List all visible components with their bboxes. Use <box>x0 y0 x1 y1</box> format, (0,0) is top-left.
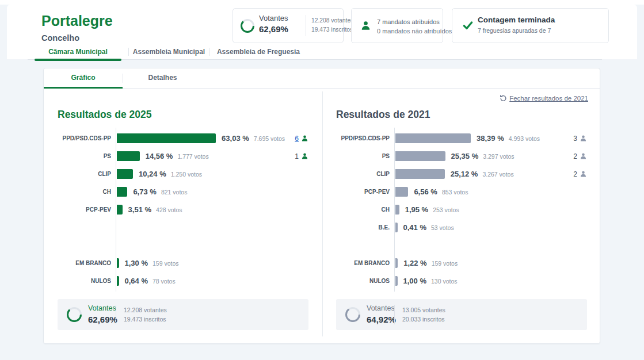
turnout-donut-icon <box>345 307 360 322</box>
votes-label: 159 votos <box>432 260 458 267</box>
header: Portalegre Concelho Votantes 62,69% 12.2… <box>7 5 637 59</box>
percent-label: 0,64 % <box>125 277 148 285</box>
result-bar <box>395 223 398 232</box>
result-bar <box>117 258 119 268</box>
mandates-count: 2 <box>573 152 577 160</box>
turnout-percent: 62,69% <box>259 24 288 34</box>
results-2025-chart: Resultados de 2025 PPD/PSD.CDS-PP63,03 %… <box>58 104 308 334</box>
party-label: NULOS <box>336 278 394 284</box>
mandates-count: 3 <box>573 135 577 143</box>
active-tab-underline <box>35 59 121 61</box>
chart-row: PCP-PEV3,51 %428 votos <box>58 201 308 219</box>
turnout-voters: 13.005 votantes <box>402 305 445 315</box>
bar-track: 25,12 %3.267 votos <box>394 169 561 179</box>
percent-label: 1,95 % <box>405 205 428 214</box>
result-bar <box>117 205 123 215</box>
party-label: PS <box>336 153 394 159</box>
percent-label: 0,41 % <box>403 223 426 232</box>
mandates-count[interactable]: 6 <box>295 135 299 143</box>
chart-row-spacer <box>336 236 587 254</box>
chart-rows: PPD/PSD.CDS-PP38,39 %4.993 votos3PS25,35… <box>336 129 587 290</box>
mandates-details: 7 mandatos atribuídos 0 mandatos não atr… <box>377 17 452 36</box>
turnout-registered: 19.473 inscritos <box>311 25 353 35</box>
turnout-registered: 19.473 inscritos <box>124 315 167 324</box>
bar-track: 1,00 %130 votos <box>394 276 587 286</box>
subtab-detalhes[interactable]: Detalhes <box>123 68 202 88</box>
chart-row: B.E.0,41 %53 votos <box>336 219 587 236</box>
election-results-page: Portalegre Concelho Votantes 62,69% 12.2… <box>0 0 644 360</box>
bar-track: 6,56 %853 votos <box>394 187 587 197</box>
percent-label: 3,51 % <box>128 205 151 214</box>
turnout-footer-2021: Votantes 64,92% 13.005 votantes 20.033 i… <box>336 299 587 330</box>
turnout-card: Votantes 62,69% 12.208 votantes 19.473 i… <box>233 8 344 43</box>
page-subtitle: Concelho <box>41 33 79 43</box>
result-bar <box>395 205 399 215</box>
percent-label: 1,30 % <box>125 259 148 267</box>
result-bar <box>395 169 445 179</box>
percent-label: 6,73 % <box>133 187 156 196</box>
turnout-donut-icon <box>241 19 254 33</box>
votes-label: 159 votos <box>153 260 179 267</box>
chart-row: NULOS0,64 %78 votos <box>58 272 308 290</box>
tab-assembleia-freguesia[interactable]: Assembleia de Freguesia <box>209 45 307 59</box>
party-label: PCP-PEV <box>336 189 394 195</box>
party-label: EM BRANCO <box>58 260 116 266</box>
turnout-label: Votantes <box>88 304 116 312</box>
person-icon <box>580 135 587 142</box>
party-label: CH <box>336 206 394 213</box>
result-bar <box>117 169 133 179</box>
chart-row: PPD/PSD.CDS-PP63,03 %7.695 votos6 <box>58 129 308 147</box>
close-2021-results-link[interactable]: Fechar resultados de 2021 <box>500 94 588 102</box>
party-label: B.E. <box>336 224 394 231</box>
bar-track: 38,39 %4.993 votos <box>394 133 561 143</box>
bar-track: 6,73 %821 votos <box>116 187 308 197</box>
percent-label: 10,24 % <box>139 170 166 178</box>
bar-track: 14,56 %1.777 votos <box>116 151 282 161</box>
chart-row: PCP-PEV6,56 %853 votos <box>336 183 587 201</box>
chart-row: CH6,73 %821 votos <box>58 183 308 201</box>
chart-row-spacer <box>58 219 308 236</box>
votes-label: 3.267 votos <box>482 171 513 178</box>
chart-row-spacer <box>58 236 308 254</box>
count-status-card: Contagem terminada 7 freguesias apuradas… <box>452 8 609 43</box>
percent-label: 38,39 % <box>477 134 504 143</box>
votes-label: 130 votos <box>431 278 458 285</box>
party-label: EM BRANCO <box>336 260 394 266</box>
turnout-voters: 12.208 votantes <box>124 305 167 315</box>
party-label: CLIP <box>336 171 394 177</box>
chart-row: CLIP10,24 %1.250 votos <box>58 165 308 183</box>
turnout-donut-icon <box>67 307 82 322</box>
turnout-percent: 62,69% <box>88 315 117 324</box>
bar-track: 10,24 %1.250 votos <box>116 169 308 179</box>
votes-label: 428 votos <box>156 206 182 213</box>
turnout-details: 13.005 votantes 20.033 inscritos <box>402 305 445 324</box>
bar-track: 25,35 %3.297 votos <box>394 151 561 161</box>
votes-label: 853 votos <box>442 189 468 196</box>
result-bar <box>395 187 408 197</box>
chart-row: PS25,35 %3.297 votos2 <box>336 147 587 165</box>
turnout-details: 12.208 votantes 19.473 inscritos <box>311 16 353 35</box>
mandates-assigned: 7 mandatos atribuídos <box>377 17 452 26</box>
tab-assembleia-municipal[interactable]: Assembleia Municipal <box>129 45 209 59</box>
votes-label: 53 votos <box>431 224 454 231</box>
bar-track: 0,64 %78 votos <box>116 276 308 286</box>
chart-rows: PPD/PSD.CDS-PP63,03 %7.695 votos6PS14,56… <box>58 129 308 290</box>
bar-track: 63,03 %7.695 votos <box>116 133 282 143</box>
chart-title-2021: Resultados de 2021 <box>336 109 430 121</box>
chart-row: EM BRANCO1,22 %159 votos <box>336 254 587 272</box>
mandates: 6 <box>282 135 308 143</box>
person-icon <box>301 152 308 160</box>
person-icon <box>360 20 371 31</box>
chart-title-2025: Resultados de 2025 <box>58 109 151 121</box>
percent-label: 1,22 % <box>403 259 426 267</box>
subtab-grafico[interactable]: Gráfico <box>44 68 123 88</box>
person-icon <box>580 170 587 178</box>
mandates: 2 <box>561 170 587 178</box>
mandates: 3 <box>561 135 587 143</box>
turnout-label: Votantes <box>367 304 395 312</box>
bar-track: 1,95 %253 votos <box>394 205 587 215</box>
person-icon <box>301 135 308 142</box>
tab-camara-municipal[interactable]: Câmara Municipal <box>28 45 128 59</box>
percent-label: 6,56 % <box>414 187 437 196</box>
bar-track: 1,30 %159 votos <box>116 258 308 268</box>
